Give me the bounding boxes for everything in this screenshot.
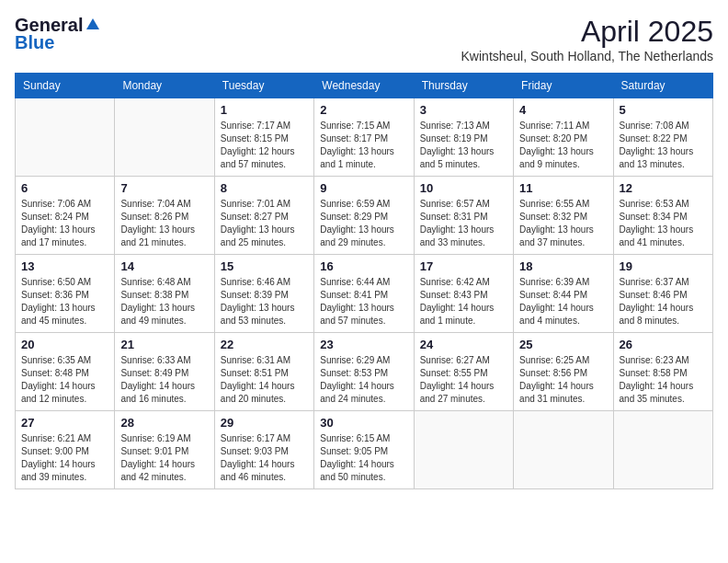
day-number: 21: [120, 338, 208, 351]
day-info: Sunrise: 6:21 AMSunset: 9:00 PMDaylight:…: [21, 432, 108, 484]
calendar-day-cell: 8Sunrise: 7:01 AMSunset: 8:27 PMDaylight…: [214, 177, 313, 255]
calendar-week-row: 27Sunrise: 6:21 AMSunset: 9:00 PMDayligh…: [16, 411, 713, 489]
day-info: Sunrise: 6:50 AMSunset: 8:36 PMDaylight:…: [21, 276, 108, 327]
calendar-day-cell: [514, 411, 613, 489]
day-info: Sunrise: 6:59 AMSunset: 8:29 PMDaylight:…: [320, 198, 407, 249]
calendar-day-cell: [115, 98, 214, 177]
day-info: Sunrise: 6:53 AMSunset: 8:34 PMDaylight:…: [620, 198, 707, 249]
day-number: 14: [120, 259, 208, 273]
calendar-week-row: 1Sunrise: 7:17 AMSunset: 8:15 PMDaylight…: [16, 98, 713, 177]
month-title: April 2025: [461, 15, 713, 49]
day-info: Sunrise: 6:17 AMSunset: 9:03 PMDaylight:…: [221, 432, 308, 484]
location-subtitle: Kwintsheul, South Holland, The Netherlan…: [461, 49, 713, 63]
calendar-day-cell: 30Sunrise: 6:15 AMSunset: 9:05 PMDayligh…: [314, 411, 414, 489]
day-info: Sunrise: 6:31 AMSunset: 8:51 PMDaylight:…: [221, 354, 308, 406]
calendar-day-cell: 17Sunrise: 6:42 AMSunset: 8:43 PMDayligh…: [414, 255, 513, 333]
day-info: Sunrise: 6:42 AMSunset: 8:43 PMDaylight:…: [420, 276, 507, 327]
title-block: April 2025 Kwintsheul, South Holland, Th…: [461, 15, 713, 63]
calendar-day-cell: 3Sunrise: 7:13 AMSunset: 8:19 PMDaylight…: [414, 98, 513, 177]
day-number: 8: [221, 181, 308, 195]
day-number: 19: [620, 259, 707, 273]
calendar-day-cell: 27Sunrise: 6:21 AMSunset: 9:00 PMDayligh…: [16, 411, 115, 489]
day-number: 17: [420, 259, 507, 273]
calendar-day-cell: 25Sunrise: 6:25 AMSunset: 8:56 PMDayligh…: [514, 333, 613, 411]
day-of-week-header: Monday: [115, 74, 214, 98]
day-number: 7: [120, 181, 208, 195]
calendar-day-cell: 13Sunrise: 6:50 AMSunset: 8:36 PMDayligh…: [16, 255, 115, 333]
calendar-day-cell: 7Sunrise: 7:04 AMSunset: 8:26 PMDaylight…: [115, 177, 214, 255]
day-number: 30: [320, 416, 407, 430]
day-of-week-header: Friday: [514, 74, 613, 98]
day-info: Sunrise: 7:17 AMSunset: 8:15 PMDaylight:…: [221, 120, 308, 171]
day-of-week-header: Sunday: [16, 74, 115, 98]
day-number: 9: [320, 181, 407, 195]
day-info: Sunrise: 7:15 AMSunset: 8:17 PMDaylight:…: [320, 120, 407, 171]
day-info: Sunrise: 6:46 AMSunset: 8:39 PMDaylight:…: [221, 276, 308, 327]
day-number: 15: [221, 259, 308, 273]
day-info: Sunrise: 7:04 AMSunset: 8:26 PMDaylight:…: [120, 198, 208, 249]
calendar-day-cell: 11Sunrise: 6:55 AMSunset: 8:32 PMDayligh…: [514, 177, 613, 255]
calendar-day-cell: 15Sunrise: 6:46 AMSunset: 8:39 PMDayligh…: [214, 255, 313, 333]
calendar-day-cell: [613, 411, 712, 489]
day-info: Sunrise: 6:55 AMSunset: 8:32 PMDaylight:…: [519, 198, 607, 249]
day-info: Sunrise: 7:01 AMSunset: 8:27 PMDaylight:…: [221, 198, 308, 249]
day-number: 18: [519, 259, 607, 273]
calendar-day-cell: 2Sunrise: 7:15 AMSunset: 8:17 PMDaylight…: [314, 98, 414, 177]
day-of-week-header: Thursday: [414, 74, 513, 98]
day-of-week-header: Tuesday: [214, 74, 313, 98]
day-info: Sunrise: 6:19 AMSunset: 9:01 PMDaylight:…: [120, 432, 208, 484]
day-info: Sunrise: 6:25 AMSunset: 8:56 PMDaylight:…: [519, 354, 607, 406]
day-info: Sunrise: 7:08 AMSunset: 8:22 PMDaylight:…: [620, 120, 707, 171]
page-header: General Blue April 2025 Kwintsheul, Sout…: [15, 15, 713, 63]
day-number: 5: [620, 103, 707, 117]
svg-marker-0: [86, 18, 99, 29]
calendar-day-cell: 26Sunrise: 6:23 AMSunset: 8:58 PMDayligh…: [613, 333, 712, 411]
day-info: Sunrise: 6:57 AMSunset: 8:31 PMDaylight:…: [420, 198, 507, 249]
day-info: Sunrise: 6:29 AMSunset: 8:53 PMDaylight:…: [320, 354, 407, 406]
day-info: Sunrise: 6:44 AMSunset: 8:41 PMDaylight:…: [320, 276, 407, 327]
day-number: 13: [21, 259, 108, 273]
calendar-day-cell: 4Sunrise: 7:11 AMSunset: 8:20 PMDaylight…: [514, 98, 613, 177]
day-info: Sunrise: 7:06 AMSunset: 8:24 PMDaylight:…: [21, 198, 108, 249]
calendar-week-row: 13Sunrise: 6:50 AMSunset: 8:36 PMDayligh…: [16, 255, 713, 333]
day-number: 24: [420, 338, 507, 351]
logo-blue: Blue: [15, 32, 54, 53]
calendar-day-cell: 28Sunrise: 6:19 AMSunset: 9:01 PMDayligh…: [115, 411, 214, 489]
day-number: 16: [320, 259, 407, 273]
calendar-day-cell: 22Sunrise: 6:31 AMSunset: 8:51 PMDayligh…: [214, 333, 313, 411]
day-info: Sunrise: 6:15 AMSunset: 9:05 PMDaylight:…: [320, 432, 407, 484]
calendar-day-cell: 16Sunrise: 6:44 AMSunset: 8:41 PMDayligh…: [314, 255, 414, 333]
day-number: 3: [420, 103, 507, 117]
day-number: 4: [519, 103, 607, 117]
calendar-day-cell: 9Sunrise: 6:59 AMSunset: 8:29 PMDaylight…: [314, 177, 414, 255]
day-number: 20: [21, 338, 108, 351]
day-number: 12: [620, 181, 707, 195]
calendar-day-cell: 10Sunrise: 6:57 AMSunset: 8:31 PMDayligh…: [414, 177, 513, 255]
day-of-week-header: Saturday: [613, 74, 712, 98]
day-number: 23: [320, 338, 407, 351]
calendar-day-cell: 6Sunrise: 7:06 AMSunset: 8:24 PMDaylight…: [16, 177, 115, 255]
calendar-day-cell: 12Sunrise: 6:53 AMSunset: 8:34 PMDayligh…: [613, 177, 712, 255]
calendar-day-cell: 29Sunrise: 6:17 AMSunset: 9:03 PMDayligh…: [214, 411, 313, 489]
day-info: Sunrise: 7:13 AMSunset: 8:19 PMDaylight:…: [420, 120, 507, 171]
calendar-day-cell: [414, 411, 513, 489]
day-number: 29: [221, 416, 308, 430]
day-number: 22: [221, 338, 308, 351]
day-info: Sunrise: 7:11 AMSunset: 8:20 PMDaylight:…: [519, 120, 607, 171]
calendar-day-cell: 14Sunrise: 6:48 AMSunset: 8:38 PMDayligh…: [115, 255, 214, 333]
calendar-day-cell: 18Sunrise: 6:39 AMSunset: 8:44 PMDayligh…: [514, 255, 613, 333]
calendar-week-row: 20Sunrise: 6:35 AMSunset: 8:48 PMDayligh…: [16, 333, 713, 411]
calendar-day-cell: 24Sunrise: 6:27 AMSunset: 8:55 PMDayligh…: [414, 333, 513, 411]
calendar-day-cell: 5Sunrise: 7:08 AMSunset: 8:22 PMDaylight…: [613, 98, 712, 177]
calendar-day-cell: 21Sunrise: 6:33 AMSunset: 8:49 PMDayligh…: [115, 333, 214, 411]
day-number: 11: [519, 181, 607, 195]
calendar-day-cell: 19Sunrise: 6:37 AMSunset: 8:46 PMDayligh…: [613, 255, 712, 333]
calendar-header-row: SundayMondayTuesdayWednesdayThursdayFrid…: [16, 74, 713, 98]
day-info: Sunrise: 6:27 AMSunset: 8:55 PMDaylight:…: [420, 354, 507, 406]
calendar-table: SundayMondayTuesdayWednesdayThursdayFrid…: [15, 73, 713, 489]
day-number: 25: [519, 338, 607, 351]
day-of-week-header: Wednesday: [314, 74, 414, 98]
day-info: Sunrise: 6:33 AMSunset: 8:49 PMDaylight:…: [120, 354, 208, 406]
day-info: Sunrise: 6:37 AMSunset: 8:46 PMDaylight:…: [620, 276, 707, 327]
day-info: Sunrise: 6:39 AMSunset: 8:44 PMDaylight:…: [519, 276, 607, 327]
